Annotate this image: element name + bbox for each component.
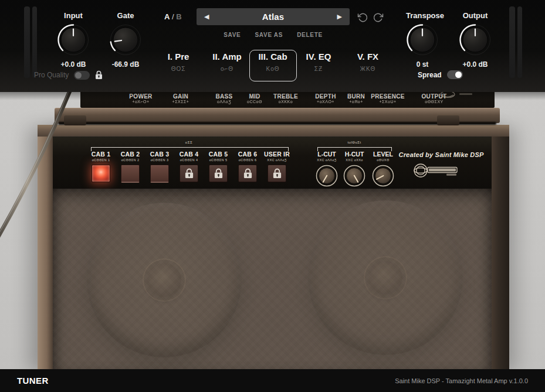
tab-cab-label: III. Cab [246,52,299,62]
output-glyph: oΘΘΣΧY [411,100,458,104]
tab-cab[interactable]: III. Cab ΚoΘ [246,52,299,72]
filter-group-glyph: tulΘuΣt [328,141,381,144]
amp-head-shadow [58,122,496,125]
redo-icon[interactable] [373,12,384,23]
speaker-cabinet: oΣΣ CAB 1 oCΘΘΣN 1 CAB 2 oCΘΘΣN 2 CAB 3 … [38,125,509,369]
output-knob[interactable] [459,23,492,56]
presence-control: PRESENCE +ΣΧoU+ [364,93,411,104]
cab6-button[interactable] [238,165,257,182]
user-ir-button[interactable] [268,165,286,182]
treble-label: TREBLE [262,93,309,100]
level-knob[interactable] [370,163,396,189]
tab-eq[interactable]: IV. EQ ΣƵ [292,52,345,72]
credit-text: Created by Saint Mike DSP [388,151,494,158]
amp-render-scene: oΣΣ CAB 1 oCΘΘΣN 1 CAB 2 oCΘΘΣN 2 CAB 3 … [0,92,545,369]
tab-amp-glyph: o⌐Θ [201,66,253,72]
footer-bar: TUNER Saint Mike DSP - Tamazight Metal A… [0,369,545,392]
lock-icon [95,70,103,80]
tab-cab-glyph: ΚoΘ [246,66,299,72]
amp-foot-right [437,115,459,125]
output-control: OUTPUT oΘΘΣΧY [411,93,458,104]
cab6-glyph: oCΘΘΣN 6 [233,158,262,162]
save-as-button[interactable]: SAVE AS [255,32,283,38]
depth-label: DEPTH [302,93,349,100]
h-cut-knob[interactable] [341,163,367,189]
spread-toggle[interactable] [447,70,463,79]
cab2-glyph: oCΘΘΣN 2 [116,158,144,162]
tab-fx-label: V. FX [341,52,394,62]
transpose-knob[interactable] [406,23,439,56]
pro-quality-label: Pro Quality [34,71,69,79]
output-knob-value: +0.0 dB [459,60,492,69]
transpose-knob-value: 0 st [406,60,439,69]
presence-glyph: +ΣΧoU+ [364,100,411,104]
output-label: OUTPUT [411,93,458,100]
cab5-button[interactable] [209,165,228,182]
amp-foot-left [64,115,86,125]
cab5-glyph: oCΘΘΣN 5 [204,158,232,162]
delete-button[interactable]: DELETE [297,32,323,38]
amp-head-tolex [55,108,500,123]
cab1-glyph: oCΘΘΣN 1 [87,158,115,162]
tab-pre-glyph: ΘΟΣ [152,66,205,72]
ab-compare-switch[interactable]: A / B [164,12,182,21]
pro-quality-toggle[interactable] [74,71,90,80]
level-glyph: oΘUΧΘ [365,158,401,162]
amp-brand-logo [439,92,480,100]
gain-control: GAIN +ΣΧΣΣ+ [157,93,204,104]
cab3-button[interactable] [150,165,169,183]
bass-label: BASS [201,93,248,100]
cab5-label: CAB 5 [204,151,232,158]
lock-icon [272,168,282,179]
cab1-button[interactable] [92,165,110,182]
amp-head-panel: POWER +oΧ⌐O+ GAIN +ΣΧΣΣ+ BASS oΛΛoƷ MID … [80,92,495,108]
right-speaker [308,200,463,355]
cabinet-top-edge [38,125,509,137]
tab-eq-label: IV. EQ [292,52,345,62]
output-knob-label: Output [459,11,492,20]
cab5-column: CAB 5 oCΘΘΣN 5 [204,151,232,182]
cab4-glyph: oCΘΘΣN 4 [175,158,203,162]
cabinet-right-frame [492,137,509,369]
saint-mike-logo [411,162,465,179]
presence-label: PRESENCE [364,93,411,100]
gate-knob-label: Gate [109,11,142,20]
preset-name[interactable]: Atlas [262,12,285,22]
gain-label: GAIN [157,93,204,100]
preset-next-icon[interactable]: ▶ [337,13,342,20]
preset-prev-icon[interactable]: ◀ [204,13,209,20]
undo-icon[interactable] [357,12,368,23]
gate-knob[interactable] [109,23,142,56]
spread-row: Spread [418,70,463,79]
tab-pre[interactable]: I. Pre ΘΟΣ [152,52,205,72]
gate-knob-group: Gate -66.9 dB [109,11,142,69]
input-knob-group: Input +0.0 dB [57,11,90,69]
save-button[interactable]: SAVE [224,32,241,38]
tab-fx[interactable]: V. FX ЖΚΘ [341,52,394,72]
speaker-grille [53,189,492,369]
ab-b-label: B [176,12,181,21]
ab-a-label: A [164,12,170,21]
cabinet-left-frame [38,137,53,369]
plugin-window: Input +0.0 dB Gate -66.9 dB A / B ◀ Atla… [0,0,545,392]
lock-icon [184,168,194,179]
cab4-column: CAB 4 oCΘΘΣN 4 [175,151,203,182]
plugin-version-text: Saint Mike DSP - Tamazight Metal Amp v.1… [395,377,528,384]
user-ir-column: USER IR ΧΧC oΛΛoƷ [263,151,291,182]
output-knob-group: Output +0.0 dB [459,11,492,69]
cab-group-glyph: oΣΣ [163,141,215,144]
tuner-button[interactable]: TUNER [17,376,49,386]
cab4-label: CAB 4 [175,151,203,158]
input-knob-label: Input [57,11,90,20]
amp-head: POWER +oΧ⌐O+ GAIN +ΣΧΣΣ+ BASS oΛΛoƷ MID … [55,92,500,125]
power-label: POWER [117,93,164,100]
output-meter-right [517,6,522,78]
input-knob[interactable] [57,23,90,56]
preset-actions: SAVE SAVE AS DELETE [197,32,350,38]
tab-amp[interactable]: II. Amp o⌐Θ [201,52,253,72]
cab3-glyph: oCΘΘΣN 3 [145,158,174,162]
gain-glyph: +ΣΧΣΣ+ [157,100,204,104]
cab2-button[interactable] [121,165,140,183]
cab4-button[interactable] [180,165,198,182]
l-cut-knob[interactable] [314,163,340,189]
